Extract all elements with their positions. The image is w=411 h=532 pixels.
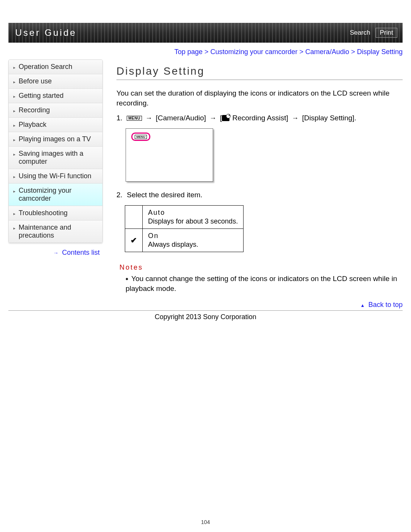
chevron-right-icon: ▸ bbox=[13, 80, 16, 85]
header-actions: Search Print bbox=[350, 28, 397, 38]
sidebar-item-before-use[interactable]: ▸ Before use bbox=[9, 74, 102, 89]
search-link[interactable]: Search bbox=[350, 29, 370, 37]
option-desc: Displays for about 3 seconds. bbox=[148, 217, 238, 225]
sidebar-item-label: Recording bbox=[19, 106, 50, 114]
sidebar-item-wifi[interactable]: ▸ Using the Wi-Fi function bbox=[9, 169, 102, 184]
step1-seg1: [Camera/Audio] bbox=[156, 114, 208, 122]
menu-highlight-icon: MENU bbox=[131, 133, 150, 141]
step-number: 2. bbox=[116, 191, 125, 199]
note-item: You cannot change the setting of the ico… bbox=[126, 274, 403, 293]
copyright-text: Copyright 2013 Sony Corporation bbox=[0, 311, 411, 321]
notes-list: You cannot change the setting of the ico… bbox=[116, 274, 403, 293]
menu-badge-icon: MENU bbox=[127, 116, 142, 121]
options-table: Auto Displays for about 3 seconds. ✔ On … bbox=[125, 205, 244, 252]
sidebar-menu: ▸ Operation Search ▸ Before use ▸ Gettin… bbox=[8, 59, 103, 243]
chevron-right-icon: ▸ bbox=[13, 189, 16, 194]
option-desc: Always displays. bbox=[148, 241, 198, 248]
option-check-cell: ✔ bbox=[125, 229, 143, 252]
notes-heading: Notes bbox=[119, 264, 403, 272]
sidebar-item-customizing[interactable]: ▸ Customizing your camcorder bbox=[9, 184, 102, 206]
step-number: 1. bbox=[116, 114, 125, 122]
chevron-right-icon: ▸ bbox=[13, 137, 16, 142]
sidebar-item-recording[interactable]: ▸ Recording bbox=[9, 103, 102, 118]
back-to-top-row: ▲ Back to top bbox=[0, 300, 403, 309]
triangle-up-icon: ▲ bbox=[360, 303, 365, 308]
sidebar-item-label: Using the Wi-Fi function bbox=[19, 172, 91, 180]
breadcrumb[interactable]: Top page > Customizing your camcorder > … bbox=[116, 48, 403, 65]
lcd-screen-illustration: MENU bbox=[126, 128, 213, 182]
step1-seg2: Recording Assist] bbox=[232, 114, 290, 122]
sidebar-item-playing-on-tv[interactable]: ▸ Playing images on a TV bbox=[9, 132, 102, 147]
back-to-top-link[interactable]: Back to top bbox=[368, 301, 403, 308]
chevron-right-icon: ▸ bbox=[13, 94, 16, 99]
chevron-right-icon: ▸ bbox=[13, 65, 16, 70]
step1-seg3: [Display Setting]. bbox=[302, 114, 357, 122]
sidebar-item-label: Playing images on a TV bbox=[19, 135, 91, 143]
sidebar-item-label: Playback bbox=[19, 121, 46, 129]
step2-text: Select the desired item. bbox=[127, 191, 202, 199]
step-1: 1. MENU → [Camera/Audio] → [ Recording A… bbox=[116, 114, 403, 122]
contents-list-link[interactable]: Contents list bbox=[62, 249, 100, 256]
sidebar-item-label: Before use bbox=[19, 77, 52, 85]
chevron-right-icon: ▸ bbox=[13, 211, 16, 216]
sidebar-item-label: Saving images with a computer bbox=[19, 150, 99, 166]
recording-assist-icon bbox=[222, 115, 229, 121]
table-row: ✔ On Always displays. bbox=[125, 229, 244, 252]
option-cell: On Always displays. bbox=[143, 229, 244, 252]
chevron-right-icon: ▸ bbox=[13, 123, 16, 128]
header-bar: User Guide Search Print bbox=[8, 23, 403, 43]
chevron-right-icon: ▸ bbox=[13, 152, 16, 157]
sidebar-item-troubleshooting[interactable]: ▸ Troubleshooting bbox=[9, 206, 102, 220]
sidebar-item-getting-started[interactable]: ▸ Getting started bbox=[9, 89, 102, 103]
sidebar-item-label: Customizing your camcorder bbox=[19, 187, 99, 203]
arrow-right-icon: → bbox=[292, 114, 299, 122]
sidebar-item-label: Getting started bbox=[19, 92, 64, 100]
sidebar: ▸ Operation Search ▸ Before use ▸ Gettin… bbox=[8, 59, 103, 257]
option-name: Auto bbox=[148, 209, 238, 217]
header-title: User Guide bbox=[15, 27, 76, 38]
sidebar-item-label: Operation Search bbox=[19, 63, 72, 71]
option-check-cell bbox=[125, 206, 143, 229]
chevron-right-icon: ▸ bbox=[13, 226, 16, 231]
print-button[interactable]: Print bbox=[376, 28, 397, 38]
sidebar-item-label: Maintenance and precautions bbox=[19, 224, 99, 240]
main-content: Top page > Customizing your camcorder > … bbox=[103, 48, 403, 294]
menu-badge-icon: MENU bbox=[135, 135, 147, 139]
page-number: 104 bbox=[0, 519, 411, 525]
arrow-right-icon: → bbox=[53, 250, 59, 256]
sidebar-item-label: Troubleshooting bbox=[19, 209, 67, 217]
page-layout: ▸ Operation Search ▸ Before use ▸ Gettin… bbox=[8, 48, 403, 294]
arrow-right-icon: → bbox=[210, 114, 217, 122]
step-2: 2. Select the desired item. bbox=[116, 191, 403, 199]
sidebar-item-maintenance[interactable]: ▸ Maintenance and precautions bbox=[9, 220, 102, 243]
option-name: On bbox=[148, 232, 238, 240]
sidebar-item-saving-computer[interactable]: ▸ Saving images with a computer bbox=[9, 147, 102, 169]
chevron-right-icon: ▸ bbox=[13, 174, 16, 179]
table-row: Auto Displays for about 3 seconds. bbox=[125, 206, 244, 229]
intro-text: You can set the duration of displaying t… bbox=[116, 88, 403, 108]
page-title: Display Setting bbox=[116, 65, 403, 80]
sidebar-item-playback[interactable]: ▸ Playback bbox=[9, 118, 102, 132]
option-cell: Auto Displays for about 3 seconds. bbox=[143, 206, 244, 229]
sidebar-item-operation-search[interactable]: ▸ Operation Search bbox=[9, 60, 102, 74]
chevron-right-icon: ▸ bbox=[13, 109, 16, 113]
check-icon: ✔ bbox=[131, 236, 137, 244]
arrow-right-icon: → bbox=[145, 114, 152, 122]
contents-link-row: → Contents list bbox=[8, 243, 103, 257]
